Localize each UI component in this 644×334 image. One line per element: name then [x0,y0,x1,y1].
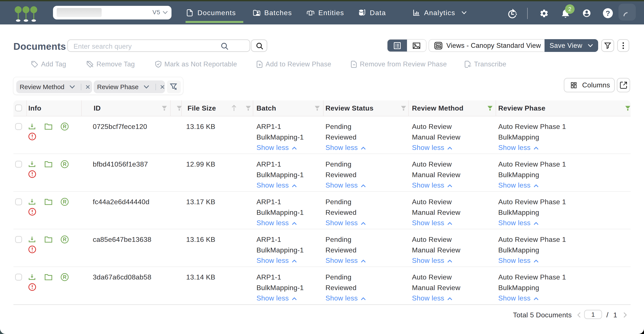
svg-text:R: R [63,124,66,129]
svg-text:R: R [63,199,66,205]
svg-text:R: R [63,237,66,242]
svg-text:R: R [63,162,66,167]
svg-text:R: R [63,274,66,280]
